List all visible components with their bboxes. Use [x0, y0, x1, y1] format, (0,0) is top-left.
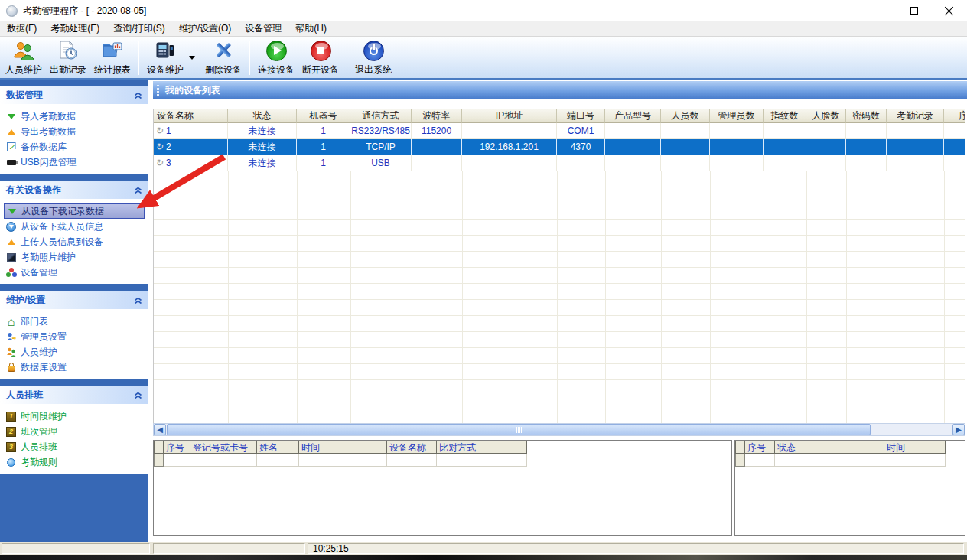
column-header-name[interactable]: 姓名	[257, 441, 299, 454]
column-header-device-name[interactable]: 设备名称	[387, 441, 437, 454]
menu-device-management[interactable]: 设备管理	[238, 21, 288, 36]
status-log-grid: 序号 状态 时间	[734, 440, 965, 536]
device-row-3[interactable]: 3 未连接 1 USB	[154, 155, 965, 171]
machine-no-cell: 1	[297, 139, 350, 155]
collapse-chevron-icon[interactable]	[134, 187, 142, 194]
badge-3-icon: 3	[5, 442, 17, 452]
section-header-maintenance-settings[interactable]: 维护/设置	[0, 291, 148, 309]
column-header-fingerprint-count[interactable]: 指纹数	[764, 109, 806, 123]
arrow-up-icon	[5, 129, 17, 135]
section-header-device-operations[interactable]: 有关设备操作	[0, 181, 148, 199]
circle-down-arrow-icon	[5, 222, 17, 232]
close-button[interactable]	[932, 0, 967, 21]
sidebar-item-shift-management[interactable]: 2班次管理	[2, 424, 147, 439]
column-header-port[interactable]: 端口号	[557, 109, 605, 123]
scrollbar-track[interactable]	[871, 424, 952, 435]
sidebar-item-upload-personnel-to-device[interactable]: 上传人员信息到设备	[2, 234, 147, 249]
sidebar-item-label: 部门表	[21, 315, 48, 328]
menu-query-print[interactable]: 查询/打印(S)	[106, 21, 171, 36]
disconnect-device-button[interactable]: 断开设备	[298, 39, 343, 77]
menu-help[interactable]: 帮助(H)	[288, 21, 334, 36]
sidebar-item-attendance-photo-maintenance[interactable]: 考勤照片维护	[2, 249, 147, 265]
row-selector[interactable]	[154, 454, 164, 467]
collapse-chevron-icon[interactable]	[134, 297, 142, 304]
scrollbar-thumb[interactable]	[167, 424, 871, 435]
section-header-data-management[interactable]: 数据管理	[0, 86, 148, 104]
sidebar-item-personnel-scheduling[interactable]: 3人员排班	[2, 439, 147, 454]
column-header-registration-or-card-no[interactable]: 登记号或卡号	[190, 441, 257, 454]
collapse-chevron-icon[interactable]	[134, 92, 142, 99]
collapse-chevron-icon[interactable]	[134, 392, 142, 399]
personnel-maintenance-button[interactable]: 人员维护	[2, 39, 46, 77]
machine-no-cell: 1	[297, 123, 350, 139]
download-records-grid: 序号 登记号或卡号 姓名 时间 设备名称 比对方式	[153, 440, 732, 536]
section-title: 维护/设置	[6, 294, 45, 307]
column-header-machine-no[interactable]: 机器号	[297, 109, 350, 123]
device-row-1[interactable]: 1 未连接 1 RS232/RS485 115200 COM1	[154, 123, 965, 139]
column-header-face-count[interactable]: 人脸数	[806, 109, 846, 123]
attendance-records-button[interactable]: 出勤记录	[46, 39, 90, 77]
column-header-time[interactable]: 时间	[884, 441, 946, 454]
connect-device-button[interactable]: 连接设备	[254, 39, 298, 77]
badge-1-icon: 1	[5, 412, 17, 422]
minimize-button[interactable]	[861, 0, 897, 21]
column-header-baud-rate[interactable]: 波特率	[412, 109, 462, 123]
sidebar-item-download-personnel-from-device[interactable]: 从设备下载人员信息	[2, 219, 147, 234]
column-header-status[interactable]: 状态	[775, 441, 884, 454]
menu-maintenance-settings[interactable]: 维护/设置(O)	[172, 21, 239, 36]
baud-rate-cell	[412, 139, 462, 155]
window-title: 考勤管理程序 - [ - 2020-08-05]	[23, 5, 146, 18]
sidebar-item-administrator-settings[interactable]: 管理员设置	[2, 329, 147, 344]
column-header-admin-count[interactable]: 管理员数	[710, 109, 764, 123]
clock-time: 10:25:15	[313, 543, 349, 554]
device-row-2-selected[interactable]: 2 未连接 1 TCP/IP 192.168.1.201 4370	[154, 139, 965, 155]
panel-title: 我的设备列表	[165, 84, 220, 97]
attendance-record-icon	[58, 41, 78, 60]
device-maintenance-dropdown-icon[interactable]	[189, 56, 195, 60]
scroll-right-button[interactable]: ▶	[952, 424, 965, 435]
column-header-personnel-count[interactable]: 人员数	[661, 109, 710, 123]
device-maintenance-button[interactable]: 设备维护	[143, 39, 187, 77]
delete-device-button[interactable]: 删除设备	[201, 39, 246, 77]
maximize-button[interactable]	[897, 0, 932, 21]
sidebar-item-attendance-rules[interactable]: 考勤规则	[2, 454, 147, 470]
sidebar-item-import-attendance-data[interactable]: 导入考勤数据	[2, 109, 147, 124]
column-header-ip-address[interactable]: IP地址	[462, 109, 557, 123]
sidebar-item-backup-database[interactable]: 备份数据库	[2, 139, 147, 155]
sidebar-item-usb-flash-management[interactable]: USB闪盘管理	[2, 155, 147, 170]
fingerprint-count-cell	[764, 123, 806, 139]
sidebar-item-device-management[interactable]: 设备管理	[2, 265, 147, 280]
column-header-comm-mode[interactable]: 通信方式	[350, 109, 412, 123]
row-selector[interactable]	[735, 454, 745, 467]
section-header-personnel-scheduling[interactable]: 人员排班	[0, 386, 148, 404]
exit-system-button[interactable]: 退出系统	[351, 39, 396, 77]
column-header-verify-mode[interactable]: 比对方式	[437, 441, 527, 454]
scroll-left-button[interactable]: ◀	[154, 424, 166, 435]
column-header-status[interactable]: 状态	[228, 109, 297, 123]
column-header-serial[interactable]: 序列号	[944, 109, 965, 123]
toolbar-label: 设备维护	[147, 63, 184, 77]
grip-handle-icon[interactable]	[157, 85, 159, 96]
column-header-seq[interactable]: 序号	[745, 441, 775, 454]
menu-attendance-processing[interactable]: 考勤处理(E)	[44, 21, 106, 36]
password-count-cell	[846, 155, 887, 171]
menu-data[interactable]: 数据(F)	[0, 21, 44, 36]
sidebar-item-download-records-from-device[interactable]: 从设备下载记录数据	[4, 203, 145, 219]
ip-cell	[462, 155, 557, 171]
column-header-password-count[interactable]: 密码数	[846, 109, 887, 123]
column-header-product-model[interactable]: 产品型号	[605, 109, 661, 123]
statistics-report-button[interactable]: 统计报表	[90, 39, 135, 77]
column-header-seq[interactable]: 序号	[164, 441, 190, 454]
delete-x-icon	[214, 41, 233, 60]
sidebar-item-database-settings[interactable]: 数据库设置	[2, 360, 147, 375]
grid-header: 序号 状态 时间	[735, 441, 965, 454]
sidebar-item-department-table[interactable]: 部门表	[2, 314, 147, 329]
device-table: 设备名称 状态 机器号 通信方式 波特率 IP地址 端口号 产品型号 人员数 管…	[153, 109, 965, 423]
column-header-device-name[interactable]: 设备名称	[154, 109, 228, 123]
sidebar-item-time-period-maintenance[interactable]: 1时间段维护	[2, 409, 147, 424]
sidebar-item-personnel-maintenance[interactable]: 人员维护	[2, 344, 147, 360]
column-header-attendance-records[interactable]: 考勤记录	[887, 109, 944, 123]
horizontal-scrollbar[interactable]: ◀ ▶	[153, 423, 965, 436]
sidebar-item-export-attendance-data[interactable]: 导出考勤数据	[2, 124, 147, 139]
column-header-time[interactable]: 时间	[299, 441, 387, 454]
